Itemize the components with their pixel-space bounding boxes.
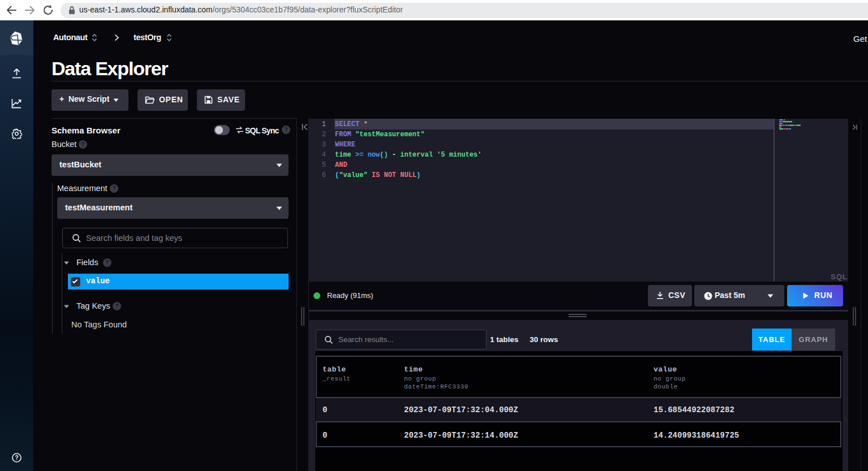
svg-text:?: ? — [15, 455, 18, 461]
